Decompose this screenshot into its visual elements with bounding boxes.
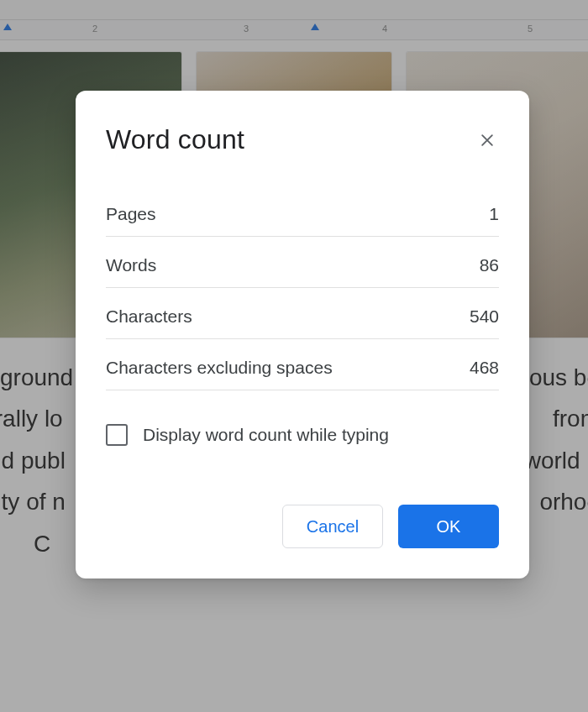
- stat-value: 540: [470, 306, 499, 327]
- checkbox-label: Display word count while typing: [143, 425, 389, 445]
- close-button[interactable]: [475, 128, 499, 152]
- stat-value: 468: [470, 358, 499, 378]
- stat-value: 86: [480, 255, 499, 275]
- stat-row-pages: Pages 1: [106, 186, 499, 237]
- display-while-typing-option[interactable]: Display word count while typing: [106, 390, 499, 454]
- ok-button[interactable]: OK: [398, 505, 499, 548]
- dialog-title: Word count: [106, 124, 244, 155]
- close-icon: [479, 132, 496, 149]
- stat-row-characters: Characters 540: [106, 288, 499, 339]
- stat-label: Pages: [106, 204, 156, 224]
- stat-label: Characters: [106, 306, 192, 327]
- stat-label: Words: [106, 255, 156, 275]
- cancel-button[interactable]: Cancel: [282, 505, 383, 548]
- stat-row-words: Words 86: [106, 237, 499, 288]
- display-while-typing-checkbox[interactable]: [106, 424, 128, 446]
- dialog-button-row: Cancel OK: [106, 454, 499, 548]
- stat-label: Characters excluding spaces: [106, 358, 333, 378]
- stat-row-characters-no-spaces: Characters excluding spaces 468: [106, 339, 499, 390]
- word-count-dialog: Word count Pages 1 Words 86 Characters 5…: [76, 91, 529, 578]
- stat-value: 1: [489, 204, 499, 224]
